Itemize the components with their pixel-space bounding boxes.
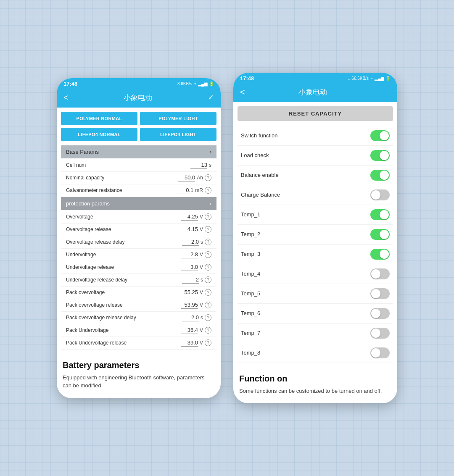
temp-3-label: Temp_3: [241, 251, 260, 257]
temp-1-toggle[interactable]: [370, 209, 390, 220]
right-status-bar: 17:48 ...66.6KB/s ⚬ ▂▄▆ 🔋: [233, 73, 397, 84]
pack-overvoltage-value[interactable]: 55.25: [181, 289, 198, 296]
polymer-light-button[interactable]: POLYMER LIGHT: [140, 112, 216, 125]
undervoltage-release-delay-value-group: 2 s ?: [182, 276, 211, 284]
pack-undervoltage-release-help[interactable]: ?: [205, 339, 211, 346]
left-check-button[interactable]: ✓: [208, 93, 214, 102]
pack-overvoltage-help[interactable]: ?: [205, 289, 211, 296]
lifepo4-light-button[interactable]: LIFEPO4 LIGHT: [140, 128, 216, 141]
overvoltage-value[interactable]: 4.25: [181, 213, 198, 221]
pack-undervoltage-value[interactable]: 36.4: [181, 327, 198, 334]
left-network-speed: ...8.6KB/s: [174, 82, 192, 86]
nominal-capacity-value-group: 50.0 Ah ?: [178, 174, 211, 181]
right-status-icons: ...66.6KB/s ⚬ ▂▄▆ 🔋: [348, 76, 391, 81]
temp-3-row: Temp_3: [238, 245, 393, 264]
pack-overvoltage-release-delay-unit: s: [201, 315, 203, 321]
pack-overvoltage-release-help[interactable]: ?: [205, 302, 211, 308]
pack-overvoltage-release-delay-value-group: 2.0 s ?: [182, 314, 211, 321]
switch-function-toggle[interactable]: [370, 130, 390, 141]
left-bt-icon: ⚬: [193, 82, 197, 86]
temp-4-toggle[interactable]: [370, 268, 390, 279]
pack-overvoltage-release-delay-label: Pack overvoltage release delay: [66, 315, 182, 321]
temp-5-toggle[interactable]: [370, 288, 390, 299]
overvoltage-release-value-group: 4.15 V ?: [181, 226, 211, 233]
undervoltage-release-value-group: 3.0 V ?: [181, 264, 211, 271]
cell-num-value[interactable]: 13: [190, 162, 207, 169]
base-params-header[interactable]: Base Params ›: [61, 145, 216, 158]
overvoltage-help[interactable]: ?: [205, 213, 211, 220]
protection-params-header[interactable]: protection params ›: [61, 197, 216, 210]
pack-overvoltage-release-delay-help[interactable]: ?: [205, 314, 211, 321]
temp-7-toggle[interactable]: [370, 328, 390, 339]
lifepo4-normal-button[interactable]: LIFEPO4 NORMAL: [61, 128, 137, 141]
right-title: 小象电动: [298, 87, 327, 97]
temp-8-toggle[interactable]: [370, 347, 390, 358]
cell-num-unit: s: [209, 162, 211, 168]
temp-3-toggle[interactable]: [370, 249, 390, 260]
galvanometer-value[interactable]: 0.1: [177, 187, 193, 194]
temp-8-label: Temp_8: [241, 350, 260, 356]
reset-capacity-button[interactable]: RESET CAPACITY: [238, 106, 393, 121]
undervoltage-release-label: Undervoltage release: [66, 264, 181, 270]
pack-undervoltage-row: Pack Undervoltage 36.4 V ?: [61, 324, 216, 337]
undervoltage-help[interactable]: ?: [205, 251, 211, 258]
pack-undervoltage-label: Pack Undervoltage: [66, 327, 181, 333]
base-params-chevron: ›: [210, 149, 211, 155]
balance-enable-toggle[interactable]: [370, 170, 390, 181]
left-battery-icon: 🔋: [209, 82, 214, 86]
pack-overvoltage-release-value[interactable]: 53.95: [181, 302, 198, 309]
left-status-icons: ...8.6KB/s ⚬ ▂▄▆ 🔋: [174, 82, 214, 86]
temp-6-label: Temp_6: [241, 310, 260, 316]
charge-balance-row: Charge Balance: [238, 185, 393, 205]
galvanometer-label: Galvanometer resistance: [66, 187, 177, 193]
right-battery-icon: 🔋: [385, 76, 391, 81]
undervoltage-value[interactable]: 2.8: [181, 251, 198, 258]
cell-num-value-group: 13 s: [190, 162, 211, 169]
overvoltage-release-delay-help[interactable]: ?: [205, 239, 211, 245]
overvoltage-release-help[interactable]: ?: [205, 226, 211, 233]
load-check-row: Load check: [238, 146, 393, 166]
undervoltage-release-delay-help[interactable]: ?: [205, 276, 211, 283]
base-params-label: Base Params: [66, 149, 99, 155]
charge-balance-toggle[interactable]: [370, 189, 390, 200]
undervoltage-label: Undervoltage: [66, 252, 181, 258]
pack-overvoltage-release-delay-value[interactable]: 2.0: [182, 314, 199, 321]
pack-undervoltage-help[interactable]: ?: [205, 327, 211, 334]
left-signal-icon: ▂▄▆: [198, 82, 208, 86]
undervoltage-release-unit: V: [200, 264, 203, 270]
temp-4-label: Temp_4: [241, 271, 260, 277]
galvanometer-help[interactable]: ?: [205, 187, 211, 194]
nominal-capacity-label: Nominal capacity: [66, 175, 178, 181]
pack-undervoltage-value-group: 36.4 V ?: [181, 327, 211, 334]
left-content: POLYMER NORMAL POLYMER LIGHT LIFEPO4 NOR…: [57, 108, 221, 354]
load-check-label: Load check: [241, 152, 269, 158]
right-caption-title: Function on: [239, 374, 391, 384]
right-back-button[interactable]: <: [240, 87, 245, 97]
charge-balance-label: Charge Balance: [241, 192, 280, 198]
overvoltage-release-value[interactable]: 4.15: [181, 226, 198, 233]
temp-6-toggle[interactable]: [370, 308, 390, 319]
temp-1-label: Temp_1: [241, 211, 260, 218]
polymer-normal-button[interactable]: POLYMER NORMAL: [61, 112, 137, 125]
switch-function-label: Switch function: [241, 132, 277, 139]
undervoltage-release-delay-value[interactable]: 2: [182, 276, 199, 284]
pack-overvoltage-release-row: Pack overvoltage release 53.95 V ?: [61, 299, 216, 312]
undervoltage-release-help[interactable]: ?: [205, 264, 211, 271]
pack-undervoltage-release-unit: V: [200, 340, 203, 346]
overvoltage-row: Overvoltage 4.25 V ?: [61, 211, 216, 224]
left-title-bar: < 小象电动 ✓: [57, 89, 221, 108]
pack-undervoltage-release-value[interactable]: 39.0: [181, 339, 198, 347]
overvoltage-release-delay-value[interactable]: 2.0: [182, 239, 199, 246]
overvoltage-release-delay-unit: s: [201, 239, 203, 245]
pack-overvoltage-value-group: 55.25 V ?: [181, 289, 211, 296]
right-caption: Function on Some functions can be custom…: [233, 367, 397, 404]
temp-2-toggle[interactable]: [370, 229, 390, 240]
nominal-capacity-value[interactable]: 50.0: [178, 174, 195, 181]
undervoltage-release-value[interactable]: 3.0: [181, 264, 198, 271]
undervoltage-release-delay-unit: s: [201, 277, 203, 283]
load-check-toggle[interactable]: [370, 150, 390, 161]
switch-function-row: Switch function: [238, 126, 393, 146]
nominal-capacity-help[interactable]: ?: [205, 174, 211, 181]
left-back-button[interactable]: <: [63, 93, 69, 103]
overvoltage-unit: V: [200, 214, 203, 220]
